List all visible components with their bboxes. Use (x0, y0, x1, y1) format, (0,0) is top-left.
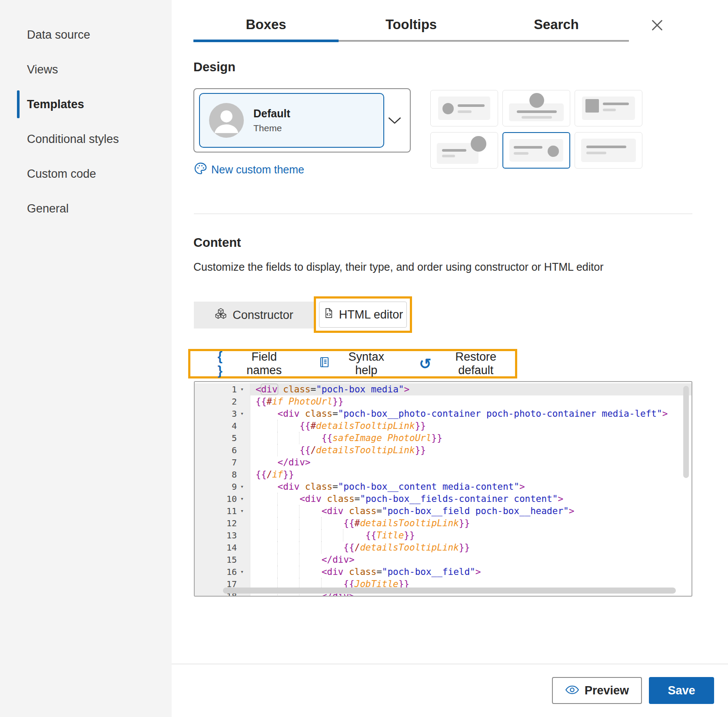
code-lines: 1▾<div class="poch-box media">2{{#if Pho… (195, 382, 691, 597)
field-names-button[interactable]: { } Field names (213, 349, 296, 378)
layout-option-avatar-top[interactable] (502, 90, 570, 126)
content-description: Customize the fields to display, their t… (193, 261, 603, 273)
line-number-gutter: 3▾ (195, 408, 250, 420)
theme-dropdown[interactable]: Default Theme (193, 88, 411, 153)
line-number-gutter: 12 (195, 517, 250, 529)
code-line: 8{{/if}} (195, 468, 691, 481)
sidebar-item-label: Templates (27, 98, 84, 111)
sidebar: Data sourceViewsTemplatesConditional sty… (0, 0, 172, 717)
line-number-gutter: 13 (195, 529, 250, 541)
code-line: 13{{Title}} (195, 529, 691, 541)
fold-arrow-icon[interactable]: ▾ (237, 481, 247, 493)
content-heading: Content (193, 236, 241, 250)
html-editor-label: HTML editor (339, 308, 403, 322)
code-line: 15</div> (195, 554, 691, 566)
eye-icon (565, 684, 579, 697)
field-names-label: Field names (233, 350, 296, 377)
editor-vertical-scrollbar[interactable] (683, 386, 689, 478)
sidebar-item-custom-code[interactable]: Custom code (0, 156, 172, 191)
line-number-gutter: 11▾ (195, 505, 250, 517)
syntax-help-button[interactable]: Syntax help (318, 350, 396, 377)
line-number-gutter: 14 (195, 541, 250, 554)
layout-option-avatar-left[interactable] (430, 90, 498, 126)
fold-arrow-icon[interactable]: ▾ (237, 408, 247, 420)
selected-theme-card: Default Theme (199, 93, 384, 148)
code-line: 9▾<div class="poch-box__content media-co… (195, 481, 691, 493)
layout-option-avatar-right-overlap[interactable] (430, 132, 498, 169)
code-line: 4{{#detailsTooltipLink}} (195, 420, 691, 432)
sidebar-item-templates[interactable]: Templates (0, 87, 172, 122)
constructor-label: Constructor (233, 309, 293, 322)
code-line: 14{{/detailsTooltipLink}} (195, 541, 691, 554)
code-line: 10▾<div class="poch-box__fields-containe… (195, 493, 691, 505)
new-custom-theme-link[interactable]: New custom theme (194, 162, 304, 178)
html-editor-mode-button[interactable]: HTML editor (319, 302, 407, 328)
fold-arrow-icon[interactable]: ▾ (237, 493, 247, 505)
line-number-gutter: 16▾ (195, 566, 250, 578)
editor-toolbar: { } Field names Syntax help ↺ Restore de… (188, 349, 517, 378)
tab-search[interactable]: Search (484, 12, 629, 37)
restore-icon: ↺ (419, 359, 432, 368)
theme-subtitle: Theme (253, 123, 290, 133)
code-line: 6{{/detailsTooltipLink}} (195, 444, 691, 456)
sidebar-item-general[interactable]: General (0, 191, 172, 226)
cubes-icon (214, 307, 227, 323)
sidebar-item-conditional-styles[interactable]: Conditional styles (0, 122, 172, 156)
palette-icon (194, 162, 207, 178)
code-line: 5{{safeImage PhotoUrl}} (195, 432, 691, 444)
tab-bar: Boxes Tooltips Search (193, 12, 629, 37)
line-number-gutter: 15 (195, 554, 250, 566)
restore-default-button[interactable]: ↺ Restore default (419, 350, 515, 377)
chevron-down-icon (388, 117, 401, 126)
section-divider (194, 213, 692, 214)
html-file-icon (323, 307, 335, 322)
sidebar-item-data-source[interactable]: Data source (0, 17, 172, 52)
save-button[interactable]: Save (649, 677, 714, 704)
restore-default-label: Restore default (437, 350, 515, 377)
line-number-gutter: 2 (195, 395, 250, 408)
code-line: 11▾<div class="poch-box__field poch-box_… (195, 505, 691, 517)
layout-option-avatar-right[interactable] (502, 132, 570, 169)
footer-divider (172, 664, 728, 664)
constructor-mode-button[interactable]: Constructor (194, 302, 314, 329)
layout-option-lines-only[interactable] (575, 132, 642, 169)
line-number-gutter: 5 (195, 432, 250, 444)
line-number-gutter: 10▾ (195, 493, 250, 505)
sidebar-item-label: Views (27, 63, 58, 76)
fold-arrow-icon[interactable]: ▾ (237, 505, 247, 517)
code-line: 2{{#if PhotoUrl}} (195, 395, 691, 408)
tab-boxes[interactable]: Boxes (193, 12, 339, 37)
sidebar-item-label: Custom code (27, 167, 96, 181)
save-label: Save (668, 684, 695, 697)
sidebar-item-label: General (27, 202, 69, 216)
theme-labels: Default Theme (253, 107, 290, 133)
line-number-gutter: 9▾ (195, 481, 250, 493)
line-number-gutter: 1▾ (195, 383, 250, 395)
braces-icon: { } (213, 349, 227, 378)
preview-label: Preview (585, 684, 629, 697)
code-line: 3▾<div class="poch-box__photo-container … (195, 408, 691, 420)
active-tab-indicator (193, 40, 339, 42)
line-number-gutter: 6 (195, 444, 250, 456)
tab-underline (193, 40, 629, 42)
preview-button[interactable]: Preview (552, 677, 642, 704)
code-line: 7</div> (195, 456, 691, 468)
sidebar-nav: Data sourceViewsTemplatesConditional sty… (0, 0, 172, 226)
design-heading: Design (193, 60, 236, 74)
code-line: 12{{#detailsTooltipLink}} (195, 517, 691, 529)
layout-option-square-left[interactable] (575, 90, 642, 126)
sidebar-item-label: Conditional styles (27, 133, 119, 146)
fold-arrow-icon[interactable]: ▾ (237, 566, 247, 578)
line-number-gutter: 7 (195, 456, 250, 468)
avatar (209, 103, 244, 138)
tab-tooltips[interactable]: Tooltips (339, 12, 484, 37)
fold-arrow-icon[interactable]: ▾ (237, 383, 247, 395)
editor-horizontal-scrollbar[interactable] (223, 588, 676, 594)
syntax-help-label: Syntax help (336, 350, 396, 377)
sidebar-item-views[interactable]: Views (0, 52, 172, 87)
line-number-gutter: 4 (195, 420, 250, 432)
code-line: 16▾<div class="poch-box__field"> (195, 566, 691, 578)
close-icon[interactable] (649, 17, 665, 33)
code-line: 1▾<div class="poch-box media"> (195, 383, 691, 395)
code-editor[interactable]: 1▾<div class="poch-box media">2{{#if Pho… (194, 381, 692, 597)
